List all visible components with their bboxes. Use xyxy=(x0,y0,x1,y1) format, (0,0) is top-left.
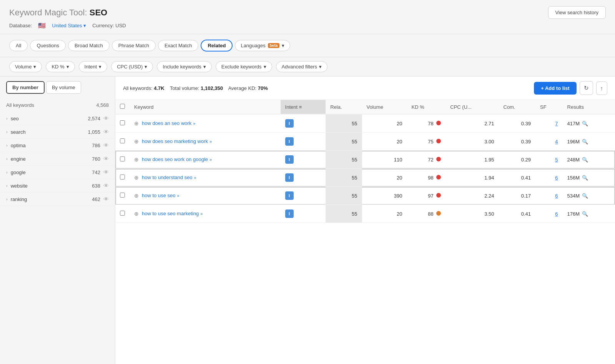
sf-link[interactable]: 7 xyxy=(555,121,558,126)
eye-icon[interactable]: 👁 xyxy=(103,183,109,189)
keyword-link[interactable]: how to understand seo » xyxy=(142,175,196,180)
filter-advanced[interactable]: Advanced filters▾ xyxy=(276,61,328,72)
magnify-icon[interactable]: 🔍 xyxy=(582,211,588,217)
sidebar-group-item[interactable]: › website 638 👁 xyxy=(0,179,115,193)
kd-cell: 72 xyxy=(407,151,445,169)
by-number-button[interactable]: By number xyxy=(6,81,45,94)
sidebar-group-item[interactable]: › search 1,055 👁 xyxy=(0,125,115,139)
add-keyword-icon[interactable]: ⊕ xyxy=(134,120,139,126)
add-to-list-button[interactable]: + Add to list xyxy=(534,82,576,95)
sidebar-group-item[interactable]: › seo 2,574 👁 xyxy=(0,112,115,125)
magnify-icon[interactable]: 🔍 xyxy=(582,157,588,163)
keyword-cell: ⊕ how does seo marketing work » xyxy=(130,133,281,151)
table-row: ⊕ how does seo marketing work » I 55 20 … xyxy=(115,133,615,151)
eye-icon[interactable]: 👁 xyxy=(103,196,109,202)
top-bar: Keyword Magic Tool: SEO View search hist… xyxy=(0,0,615,34)
sidebar-keyword: ranking xyxy=(11,196,27,202)
row-checkbox-cell xyxy=(115,114,130,133)
export-button[interactable]: ↑ xyxy=(596,81,608,95)
tab-all[interactable]: All xyxy=(9,40,28,51)
com-cell: 0.39 xyxy=(499,133,536,151)
kd-cell: 98 xyxy=(407,169,445,187)
filter-include[interactable]: Include keywords▾ xyxy=(157,61,211,72)
kd-cell: 88 xyxy=(407,205,445,223)
filter-kd[interactable]: KD %▾ xyxy=(46,61,75,72)
filter-volume[interactable]: Volume▾ xyxy=(9,61,42,72)
related-cell: 55 xyxy=(326,187,362,205)
sf-cell: 6 xyxy=(535,187,563,205)
eye-icon[interactable]: 👁 xyxy=(103,156,109,162)
col-header-rela-: Rela. xyxy=(326,100,362,114)
magnify-icon[interactable]: 🔍 xyxy=(582,121,588,126)
row-checkbox[interactable] xyxy=(120,120,125,125)
cpc-cell: 3.00 xyxy=(445,133,499,151)
sidebar-group-item[interactable]: › optima 786 👁 xyxy=(0,139,115,152)
kd-dot-icon xyxy=(436,121,441,125)
row-checkbox[interactable] xyxy=(120,211,125,216)
sf-link[interactable]: 6 xyxy=(555,211,558,217)
keyword-link[interactable]: how does seo marketing work » xyxy=(142,138,212,144)
filter-label: Intent xyxy=(85,64,97,70)
row-checkbox[interactable] xyxy=(120,138,125,143)
filter-cpc[interactable]: CPC (USD)▾ xyxy=(111,61,153,72)
sidebar-group-item[interactable]: › google 742 👁 xyxy=(0,166,115,179)
volume-cell: 20 xyxy=(362,133,407,151)
sort-icon[interactable]: ≡ xyxy=(299,104,302,110)
sf-link[interactable]: 6 xyxy=(555,193,558,199)
add-keyword-icon[interactable]: ⊕ xyxy=(134,193,139,199)
row-checkbox[interactable] xyxy=(120,175,125,180)
row-checkbox[interactable] xyxy=(120,193,125,198)
tab-related[interactable]: Related xyxy=(201,40,233,52)
keyword-link[interactable]: how to use seo » xyxy=(142,193,180,198)
magnify-icon[interactable]: 🔍 xyxy=(582,139,588,145)
results-value: 534M xyxy=(567,193,580,199)
eye-icon[interactable]: 👁 xyxy=(103,129,109,135)
col-header-cpc--u---: CPC (U... xyxy=(445,100,499,114)
tab-questions[interactable]: Questions xyxy=(30,40,66,51)
sf-link[interactable]: 4 xyxy=(555,139,558,145)
by-volume-button[interactable]: By volume xyxy=(46,81,81,94)
sidebar-keyword: seo xyxy=(11,116,19,121)
row-checkbox-cell xyxy=(115,205,130,223)
com-cell: 0.41 xyxy=(499,169,536,187)
tab-broad-match[interactable]: Broad Match xyxy=(68,40,110,51)
results-cell: 196M 🔍 xyxy=(563,133,615,151)
filter-exclude[interactable]: Exclude keywords▾ xyxy=(216,61,272,72)
tab-phrase-match[interactable]: Phrase Match xyxy=(112,40,156,51)
add-keyword-icon[interactable]: ⊕ xyxy=(134,175,139,181)
magnify-icon[interactable]: 🔍 xyxy=(582,193,588,199)
sidebar-group-item[interactable]: › engine 760 👁 xyxy=(0,152,115,166)
keyword-link[interactable]: how does an seo work » xyxy=(142,120,195,126)
sf-link[interactable]: 6 xyxy=(555,175,558,181)
magnify-icon[interactable]: 🔍 xyxy=(582,175,588,181)
eye-icon[interactable]: 👁 xyxy=(103,169,109,175)
results-value: 176M xyxy=(567,211,580,217)
intent-badge: I xyxy=(285,209,294,218)
refresh-button[interactable]: ↻ xyxy=(580,81,593,95)
filter-intent[interactable]: Intent▾ xyxy=(79,61,108,72)
add-keyword-icon[interactable]: ⊕ xyxy=(134,138,139,145)
avg-kd-value: 70% xyxy=(258,85,268,91)
sf-cell: 4 xyxy=(535,133,563,151)
add-keyword-icon[interactable]: ⊕ xyxy=(134,211,139,217)
tab-exact-match[interactable]: Exact Match xyxy=(158,40,199,51)
chevron-down-icon: ▾ xyxy=(83,23,86,28)
sf-link[interactable]: 5 xyxy=(555,157,558,163)
database-link[interactable]: United States ▾ xyxy=(52,23,86,28)
eye-icon[interactable]: 👁 xyxy=(103,142,109,148)
select-all-checkbox[interactable] xyxy=(120,104,125,109)
results-cell: 176M 🔍 xyxy=(563,205,615,223)
tab-languages[interactable]: Languagesbeta▾ xyxy=(235,40,290,51)
keyword-link[interactable]: how does seo work on google » xyxy=(142,156,212,162)
eye-icon[interactable]: 👁 xyxy=(103,115,109,121)
keyword-link[interactable]: how to use seo marketing » xyxy=(142,211,203,216)
sidebar-group-item[interactable]: › ranking 462 👁 xyxy=(0,193,115,206)
add-keyword-icon[interactable]: ⊕ xyxy=(134,156,139,163)
col-header-kd--: KD % xyxy=(407,100,445,114)
view-history-button[interactable]: View search history xyxy=(548,6,606,19)
com-cell: 0.29 xyxy=(499,151,536,169)
com-cell: 0.41 xyxy=(499,205,536,223)
related-cell: 55 xyxy=(326,169,362,187)
row-checkbox[interactable] xyxy=(120,156,125,161)
arrow-icon: » xyxy=(193,121,195,126)
